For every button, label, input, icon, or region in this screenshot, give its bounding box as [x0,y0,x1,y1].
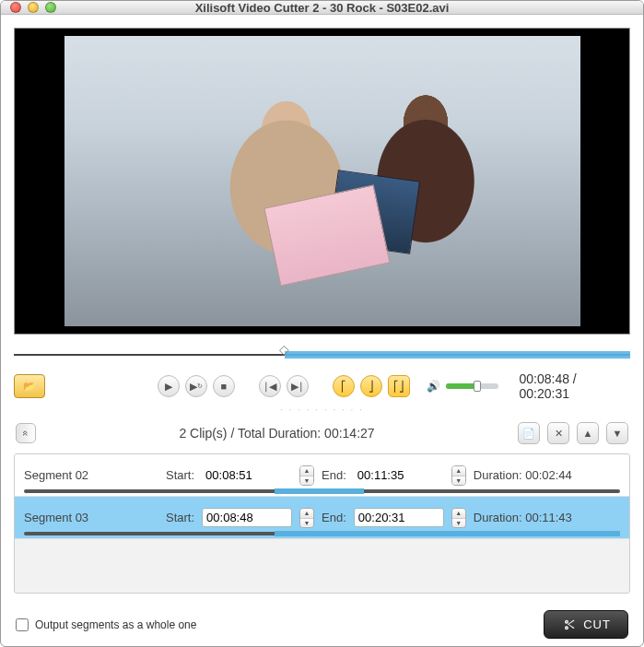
transport-bar: 📂 ▶ ▶↻ ■ ∣◀ ▶∣ ⎡ ⎦ ⎡⎦ 🔊 00:08:48 / 00:20… [14,370,630,403]
open-file-button[interactable]: 📂 [14,374,45,398]
titlebar[interactable]: Xilisoft Video Cutter 2 - 30 Rock - S03E… [1,1,643,15]
volume-icon[interactable]: 🔊 [427,380,440,393]
zoom-window-button[interactable] [45,2,56,13]
timeline[interactable] [14,344,630,364]
timeline-selection [285,351,630,359]
new-clip-button[interactable]: 📄 [518,422,540,444]
stepper-up[interactable]: ▲ [300,466,313,476]
minimize-window-button[interactable] [28,2,39,13]
window-title: Xilisoft Video Cutter 2 - 30 Rock - S03E… [1,1,643,15]
duration-label: Duration: 00:11:43 [474,511,572,524]
timeline-playhead[interactable] [279,342,290,357]
segment-name: Segment 02 [24,468,158,482]
scissors-icon [561,618,576,632]
video-preview[interactable] [14,28,630,335]
traffic-lights [10,2,56,13]
collapse-panel-button[interactable]: « [16,423,36,443]
output-whole-label[interactable]: Output segments as a whole one [35,618,196,631]
volume-slider[interactable] [446,383,499,389]
segment-row[interactable]: Segment 02Start:▲▼End:▲▼Duration: 00:02:… [15,454,629,497]
play-loop-icon: ▶ [190,381,197,393]
segment-end-stepper[interactable]: ▲▼ [451,465,466,486]
stepper-up[interactable]: ▲ [300,509,313,519]
segment-start-input[interactable] [202,508,292,527]
move-clip-down-button[interactable]: ▼ [606,422,628,444]
end-label: End: [322,468,346,482]
play-button[interactable]: ▶ [158,375,180,397]
segment-name: Segment 03 [24,511,158,524]
segment-list: Segment 02Start:▲▼End:▲▼Duration: 00:02:… [14,453,630,594]
content-area: 📂 ▶ ▶↻ ■ ∣◀ ▶∣ ⎡ ⎦ ⎡⎦ 🔊 00:08:48 / 00:20… [1,15,643,646]
stepper-down[interactable]: ▼ [452,476,465,486]
time-readout: 00:08:48 / 00:20:31 [519,371,630,401]
segment-range-bar [24,489,620,493]
mark-out-button[interactable]: ⎦ [360,375,382,397]
duration-label: Duration: 00:02:44 [474,468,572,482]
segment-start-stepper[interactable]: ▲▼ [299,465,314,486]
output-whole-checkbox[interactable] [16,618,29,631]
mark-in-button[interactable]: ⎡ [333,375,355,397]
stepper-down[interactable]: ▼ [300,519,313,528]
mark-segment-button[interactable]: ⎡⎦ [388,375,410,397]
segment-start-stepper[interactable]: ▲▼ [299,508,314,528]
stepper-up[interactable]: ▲ [452,466,465,476]
play-loop-button[interactable]: ▶↻ [185,375,207,397]
start-label: Start: [166,468,194,482]
cut-button[interactable]: CUT [544,610,628,639]
segment-start-input[interactable] [202,466,292,484]
clip-summary-row: « 2 Clip(s) / Total Duration: 00:14:27 📄… [14,422,630,452]
segment-end-stepper[interactable]: ▲▼ [451,508,466,528]
cut-button-label: CUT [583,618,611,631]
segment-row[interactable]: Segment 03Start:▲▼End:▲▼Duration: 00:11:… [15,497,629,539]
segment-range-bar [24,532,620,535]
end-label: End: [322,511,346,524]
segment-end-input[interactable] [354,466,444,484]
stepper-up[interactable]: ▲ [452,509,465,519]
bottom-row: Output segments as a whole one CUT [14,606,630,641]
segment-end-input[interactable] [354,508,444,527]
volume-knob[interactable] [474,381,481,392]
divider-dots: · · · · · · · · · · [14,405,630,415]
video-frame-image [64,36,580,326]
stop-button[interactable]: ■ [213,375,235,397]
clip-summary-text: 2 Clip(s) / Total Duration: 00:14:27 [36,426,518,441]
move-clip-up-button[interactable]: ▲ [577,422,599,444]
app-window: Xilisoft Video Cutter 2 - 30 Rock - S03E… [0,0,644,647]
delete-clip-button[interactable]: ✕ [547,422,569,444]
close-window-button[interactable] [10,2,21,13]
start-label: Start: [166,511,194,524]
prev-frame-button[interactable]: ∣◀ [259,375,281,397]
stepper-down[interactable]: ▼ [300,476,313,486]
stepper-down[interactable]: ▼ [452,519,465,528]
next-frame-button[interactable]: ▶∣ [287,375,309,397]
